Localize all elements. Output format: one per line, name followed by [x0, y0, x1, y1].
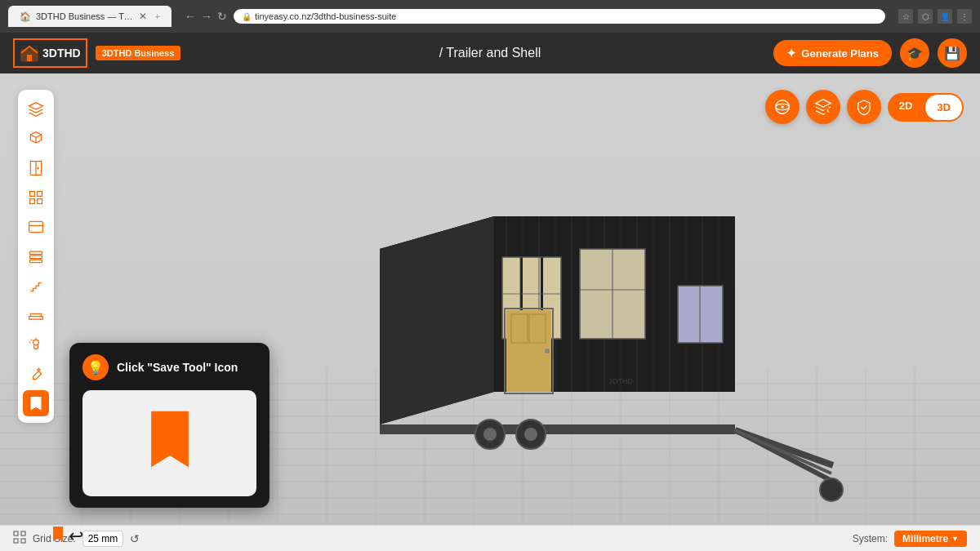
layers-view-btn[interactable] — [806, 90, 840, 124]
door-icon — [28, 160, 44, 176]
svg-rect-99 — [21, 531, 25, 535]
business-badge: 3DTHD Business — [96, 46, 181, 60]
sidebar-item-light[interactable] — [23, 331, 49, 358]
tab-close-btn[interactable]: ✕ — [139, 11, 147, 22]
svg-rect-80 — [38, 192, 42, 197]
back-btn[interactable]: ← — [185, 10, 196, 23]
svg-rect-101 — [21, 539, 25, 543]
bookmark-small-svg — [51, 525, 65, 543]
svg-point-63 — [545, 349, 550, 353]
extensions-icon[interactable]: ⬡ — [918, 9, 933, 24]
view-2d-btn[interactable]: 2D — [888, 93, 924, 122]
view-controls: 2D 3D — [765, 90, 964, 124]
rotate-icon — [773, 98, 791, 116]
sidebar-item-panel[interactable] — [23, 214, 49, 240]
url-text: tinyeasy.co.nz/3dthd-business-suite — [255, 11, 396, 21]
browser-actions: ☆ ⬡ 👤 ⋮ — [898, 9, 972, 24]
svg-rect-67 — [380, 424, 735, 434]
arrow-curve-icon: ↩ — [69, 526, 83, 547]
svg-point-78 — [37, 167, 39, 170]
camera-rotate-btn[interactable] — [765, 90, 800, 124]
tooltip-lightbulb-icon: 💡 — [82, 354, 109, 380]
account-icon[interactable]: 👤 — [938, 9, 952, 24]
generate-plans-btn[interactable]: Generate Plans — [773, 40, 892, 66]
sidebar-item-stack[interactable] — [23, 243, 49, 269]
logo-icon — [20, 43, 39, 63]
sidebar-item-bookmark[interactable] — [23, 390, 49, 416]
reload-btn[interactable]: ↻ — [217, 10, 227, 23]
shield-view-btn[interactable] — [847, 90, 881, 124]
layers-icon — [28, 101, 44, 118]
svg-rect-83 — [29, 221, 43, 232]
shield-icon — [855, 98, 873, 116]
view-2d-3d-toggle[interactable]: 2D 3D — [888, 93, 964, 122]
grid-reset-btn[interactable]: ↺ — [130, 532, 140, 545]
sidebar-item-sofa[interactable] — [23, 302, 49, 328]
system-dropdown[interactable]: Millimetre — [894, 531, 967, 547]
main-content: 3DTHD — [0, 73, 980, 525]
stairs-icon — [28, 278, 44, 294]
grid-size-icon — [13, 531, 26, 546]
svg-rect-98 — [14, 531, 18, 535]
grid-icon — [28, 189, 44, 206]
bookmark-large-svg — [141, 407, 198, 472]
pen-icon — [28, 366, 44, 382]
address-bar[interactable]: 🔒 tinyeasy.co.nz/3dthd-business-suite — [234, 9, 885, 24]
svg-rect-81 — [30, 199, 35, 204]
light-icon — [28, 336, 44, 353]
bookmark-star-icon[interactable]: ☆ — [898, 9, 913, 24]
svg-point-90 — [33, 340, 39, 345]
panel-icon — [28, 219, 44, 235]
svg-point-69 — [483, 428, 497, 441]
stack-icon — [28, 248, 44, 264]
arrow-indicator: ↩ — [51, 525, 83, 548]
sidebar-item-pen[interactable] — [23, 361, 49, 387]
sidebar-item-stairs[interactable] — [23, 273, 49, 299]
sidebar-item-grid[interactable] — [23, 184, 49, 211]
svg-rect-82 — [38, 199, 42, 204]
browser-chrome: 🏠 3DTHD Business — Tiny Easy - T ✕ + ← →… — [0, 0, 980, 33]
svg-point-89 — [40, 318, 42, 320]
logo-box[interactable]: 3DTHD — [13, 38, 87, 68]
sidebar-item-box[interactable] — [23, 126, 49, 152]
tooltip-card — [82, 390, 256, 496]
logo-area: 3DTHD 3DTHD Business — [13, 38, 180, 68]
svg-point-96 — [781, 105, 784, 109]
graduation-cap-btn[interactable]: 🎓 — [900, 38, 929, 68]
logo-text: 3DTHD — [42, 47, 81, 60]
save-tool-tooltip: 💡 Click "Save Tool" Icon — [69, 343, 270, 508]
svg-point-71 — [524, 428, 537, 441]
grid-size-input[interactable] — [82, 531, 123, 547]
save-header-btn[interactable]: 💾 — [938, 38, 967, 68]
browser-tab[interactable]: 🏠 3DTHD Business — Tiny Easy - T ✕ + — [8, 6, 172, 27]
bookmark-preview-icon — [141, 407, 198, 480]
bookmark-arrow-icon — [51, 525, 65, 548]
generate-plans-label: Generate Plans — [801, 47, 879, 60]
tooltip-title: Click "Save Tool" Icon — [117, 361, 238, 374]
bookmark-sidebar-icon — [28, 395, 44, 411]
svg-line-92 — [31, 340, 32, 340]
box-icon — [28, 131, 44, 147]
forward-btn[interactable]: → — [201, 10, 212, 23]
sidebar-item-layers[interactable] — [23, 96, 49, 122]
browser-controls: ← → ↻ — [185, 10, 227, 23]
page-title-text: / Trailer and Shell — [439, 46, 541, 60]
system-value: Millimetre — [902, 533, 948, 544]
svg-rect-1 — [27, 55, 32, 61]
sidebar — [18, 90, 54, 423]
tab-title: 3DTHD Business — Tiny Easy - T — [36, 11, 134, 21]
app-header: 3DTHD 3DTHD Business / Trailer and Shell… — [0, 33, 980, 73]
svg-text:3DTHD: 3DTHD — [608, 377, 634, 385]
sidebar-item-door[interactable] — [23, 155, 49, 181]
svg-rect-85 — [30, 251, 42, 254]
svg-rect-79 — [30, 192, 35, 197]
svg-rect-86 — [30, 256, 42, 258]
grid-dots-icon — [13, 531, 26, 544]
layers-view-icon — [814, 98, 832, 116]
svg-point-88 — [30, 318, 32, 320]
menu-icon[interactable]: ⋮ — [957, 9, 972, 24]
svg-rect-87 — [30, 260, 42, 262]
view-3d-btn[interactable]: 3D — [925, 95, 962, 120]
header-title: / Trailer and Shell — [439, 46, 541, 60]
bottom-bar: Grid Size: ↺ System: Millimetre — [0, 525, 980, 551]
